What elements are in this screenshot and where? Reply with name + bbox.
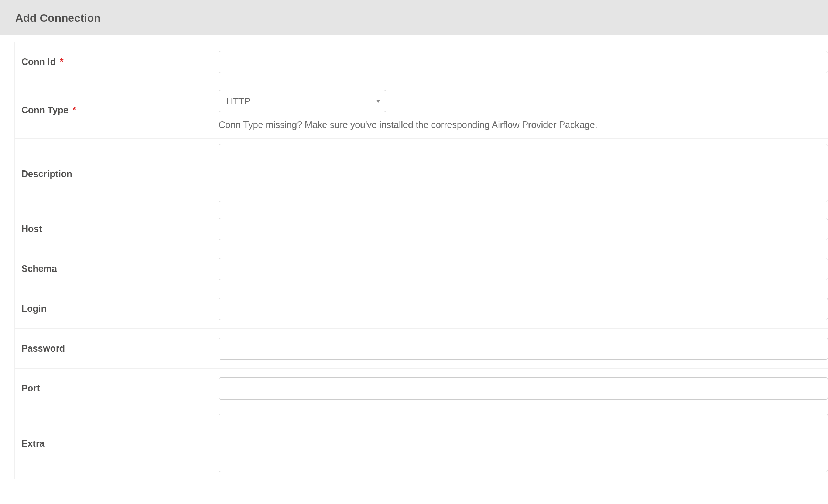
password-input[interactable]: [219, 338, 828, 360]
label-schema: Schema: [15, 263, 219, 274]
label-host: Host: [15, 224, 219, 234]
row-login: Login: [15, 289, 828, 329]
svg-marker-0: [376, 100, 380, 103]
required-marker: *: [58, 56, 64, 67]
add-connection-panel: Add Connection Conn Id * Conn Type *: [0, 1, 828, 479]
field-description: [219, 139, 828, 209]
field-schema: [219, 253, 828, 285]
conn-type-select[interactable]: HTTP: [219, 90, 386, 112]
row-conn-id: Conn Id *: [15, 42, 828, 82]
row-conn-type: Conn Type * HTTP Conn Type missing? Make…: [15, 82, 828, 139]
field-login: [219, 293, 828, 325]
field-password: [219, 332, 828, 365]
panel-header: Add Connection: [0, 1, 828, 35]
row-description: Description: [15, 139, 828, 209]
label-conn-id-text: Conn Id: [21, 56, 56, 67]
login-input[interactable]: [219, 298, 828, 320]
field-conn-id: [219, 46, 828, 78]
connection-form: Conn Id * Conn Type * HTTP: [14, 42, 828, 479]
label-login: Login: [15, 303, 219, 314]
label-port: Port: [15, 383, 219, 394]
row-port: Port: [15, 369, 828, 408]
label-conn-type-text: Conn Type: [21, 105, 68, 115]
extra-input[interactable]: [219, 414, 828, 472]
field-host: [219, 213, 828, 245]
field-extra: [219, 408, 828, 479]
row-schema: Schema: [15, 249, 828, 289]
label-extra: Extra: [15, 438, 219, 449]
row-password: Password: [15, 329, 828, 369]
conn-type-select-wrap: HTTP Conn Type missing? Make sure you've…: [219, 90, 828, 130]
conn-id-input[interactable]: [219, 51, 828, 73]
chevron-down-icon: [370, 90, 386, 112]
field-conn-type: HTTP Conn Type missing? Make sure you've…: [219, 82, 828, 138]
label-password: Password: [15, 343, 219, 354]
page-root: Add Connection Conn Id * Conn Type *: [0, 0, 828, 479]
conn-type-helper-text: Conn Type missing? Make sure you've inst…: [219, 120, 828, 130]
schema-input[interactable]: [219, 258, 828, 280]
description-input[interactable]: [219, 144, 828, 202]
conn-type-selected-value: HTTP: [219, 96, 370, 107]
required-marker: *: [71, 105, 76, 115]
row-host: Host: [15, 209, 828, 249]
host-input[interactable]: [219, 218, 828, 240]
port-input[interactable]: [219, 377, 828, 400]
label-conn-type: Conn Type *: [15, 105, 219, 115]
label-description: Description: [15, 169, 219, 179]
label-conn-id: Conn Id *: [15, 56, 219, 67]
field-port: [219, 372, 828, 405]
page-title: Add Connection: [15, 12, 813, 24]
row-extra: Extra: [15, 408, 828, 479]
